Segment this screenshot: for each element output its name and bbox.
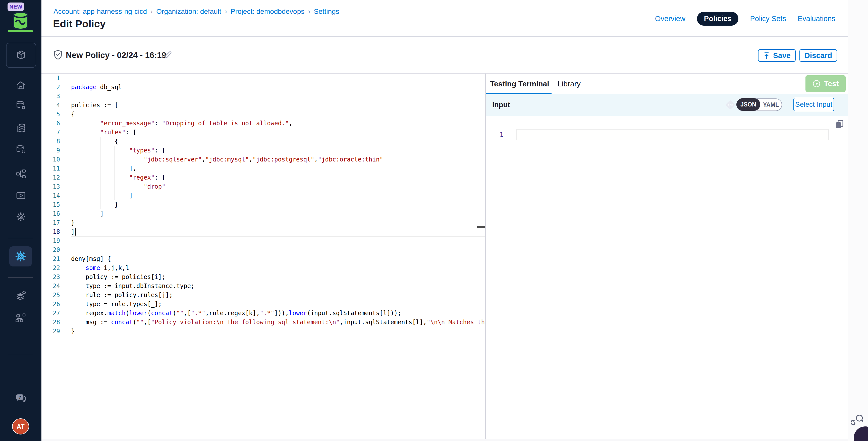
- new-badge: NEW: [7, 2, 24, 11]
- tab-evaluations[interactable]: Evaluations: [798, 14, 835, 23]
- sidebar-divider: [8, 354, 33, 354]
- sidebar-item-project-settings-active[interactable]: [9, 246, 32, 266]
- tab-testing-terminal[interactable]: Testing Terminal: [490, 80, 549, 88]
- breadcrumb-separator: ›: [308, 7, 310, 15]
- copy-icon[interactable]: [835, 120, 844, 129]
- breadcrumb-separator: ›: [150, 7, 153, 15]
- gear-icon: [15, 211, 27, 222]
- org-gear-icon: [15, 311, 27, 323]
- sidebar-item-account-settings[interactable]: [0, 311, 41, 323]
- test-button-label: Test: [824, 80, 839, 88]
- page-title: Edit Policy: [53, 18, 106, 30]
- breadcrumb-link[interactable]: Organization: default: [156, 7, 221, 15]
- edit-policy-name-icon[interactable]: [163, 50, 173, 60]
- overview-ruler-cursor-mark: [477, 226, 485, 228]
- breadcrumb: Account: app-harness-ng-cicd›Organizatio…: [54, 7, 339, 15]
- testing-panel: Testing Terminal Library Test Input </> …: [486, 73, 848, 439]
- sidebar-item-executions[interactable]: [0, 190, 41, 201]
- format-option-yaml[interactable]: YAML: [760, 101, 782, 108]
- sidebar-item-settings[interactable]: [0, 211, 41, 222]
- sidebar-item-module-selector[interactable]: [6, 43, 36, 68]
- sidebar-item-default-settings[interactable]: [0, 289, 41, 302]
- sidebar-item-database-stack[interactable]: [0, 122, 41, 134]
- breadcrumb-link[interactable]: Project: demodbdevops: [230, 7, 304, 15]
- edit-policy-page: NEW: [0, 0, 868, 441]
- module-cube-icon: [15, 49, 27, 61]
- play-circle-icon: [812, 80, 821, 88]
- format-option-json[interactable]: JSON: [736, 98, 760, 111]
- input-row: Input </> JSON YAML Select Input: [486, 94, 848, 116]
- discard-button-label: Discard: [804, 51, 832, 60]
- breadcrumb-link[interactable]: Account: app-harness-ng-cicd: [54, 7, 147, 15]
- sidebar-item-pipelines[interactable]: [0, 168, 41, 180]
- input-line-number: 1: [493, 129, 503, 140]
- test-button[interactable]: Test: [805, 75, 846, 92]
- sidebar-divider: [8, 277, 33, 278]
- breadcrumb-separator: ›: [225, 7, 227, 15]
- database-gear-icon: [15, 100, 27, 111]
- user-avatar[interactable]: AT: [12, 418, 29, 435]
- upload-icon: [763, 52, 770, 59]
- sidebar: NEW: [0, 0, 41, 441]
- harness-dbdevops-logo-icon[interactable]: [10, 11, 31, 30]
- tab-overview[interactable]: Overview: [655, 14, 685, 23]
- breadcrumb-link[interactable]: Settings: [314, 7, 339, 15]
- widget-corner-blob[interactable]: [854, 427, 868, 441]
- input-editor-current-line[interactable]: [516, 129, 829, 140]
- save-button[interactable]: Save: [758, 49, 796, 62]
- svg-text:?: ?: [18, 395, 21, 400]
- feedback-chat-icon[interactable]: [851, 413, 865, 427]
- header-divider: [41, 36, 868, 37]
- sidebar-item-home[interactable]: [0, 80, 41, 91]
- tab-library[interactable]: Library: [558, 80, 581, 88]
- tab-policy-sets[interactable]: Policy Sets: [750, 14, 786, 23]
- policy-shield-icon: [53, 50, 63, 60]
- right-rail: [848, 0, 868, 441]
- page-bottom-strip: [41, 439, 848, 441]
- save-button-label: Save: [773, 51, 790, 60]
- sidebar-item-database-instances[interactable]: [0, 144, 41, 155]
- module-active-indicator: [8, 30, 33, 32]
- input-label: Input: [492, 101, 510, 109]
- header-tabs: OverviewPoliciesPolicy SetsEvaluations: [655, 12, 835, 25]
- sidebar-divider: [8, 238, 33, 238]
- help-chat-icon: ?: [14, 392, 27, 404]
- svg-text:</>: </>: [727, 103, 733, 107]
- format-toggle[interactable]: JSON YAML: [736, 98, 782, 111]
- layers-gear-icon: [15, 289, 27, 302]
- policy-name: New Policy - 02/24 - 16:19: [66, 51, 166, 60]
- select-input-button[interactable]: Select Input: [794, 98, 834, 111]
- discard-button[interactable]: Discard: [800, 49, 837, 62]
- home-icon: [15, 80, 27, 91]
- policy-code-editor[interactable]: 1234567891011121314151617181920212223242…: [41, 73, 485, 439]
- sidebar-item-database-configure[interactable]: [0, 100, 41, 111]
- tab-policies[interactable]: Policies: [697, 12, 739, 26]
- gear-active-icon: [14, 250, 27, 263]
- executions-play-icon: [15, 190, 26, 201]
- sidebar-item-help[interactable]: ?: [0, 392, 41, 404]
- database-dots-icon: [15, 144, 27, 155]
- database-stack-icon: [15, 122, 27, 134]
- pipeline-tree-icon: [15, 168, 27, 180]
- expression-diamond-icon: </>: [724, 99, 736, 111]
